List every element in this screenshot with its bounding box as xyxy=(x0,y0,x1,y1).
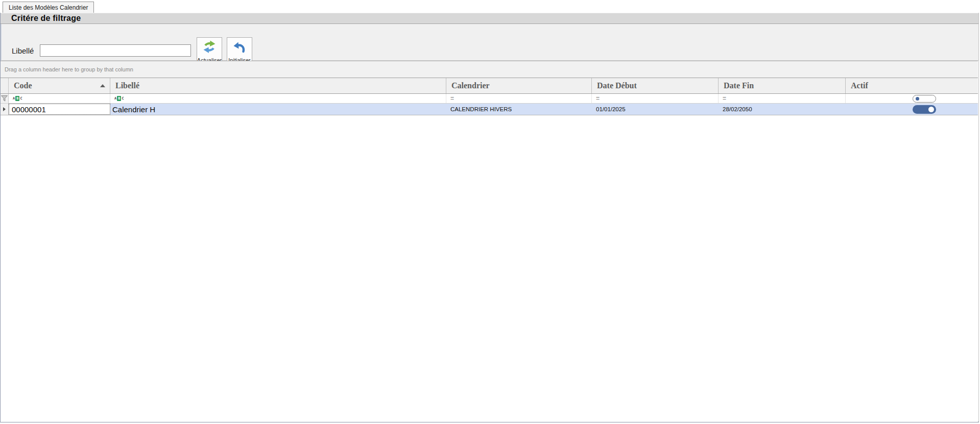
tab-liste-modeles-calendrier[interactable]: Liste des Modèles Calendrier xyxy=(3,2,94,13)
cell-date-debut[interactable]: 01/01/2025 xyxy=(592,104,719,115)
auto-filter-row: ABC ABC = = = xyxy=(1,94,978,104)
column-header-date-debut-label: Date Début xyxy=(597,81,637,90)
filter-cell-libelle[interactable]: ABC xyxy=(110,94,446,103)
calendrier-value: CALENDRIER HIVERS xyxy=(450,106,512,112)
toggle-knob xyxy=(928,107,934,112)
cell-date-fin[interactable]: 28/02/2050 xyxy=(719,104,846,115)
column-header-date-debut[interactable]: Date Début xyxy=(592,78,719,93)
calendar-models-grid: Drag a column header here to group by th… xyxy=(1,61,978,422)
code-value: 00000001 xyxy=(12,105,46,114)
filter-cell-calendrier[interactable]: = xyxy=(446,94,592,103)
row-indicator-cell xyxy=(1,104,9,115)
column-header-date-fin[interactable]: Date Fin xyxy=(719,78,846,93)
group-by-panel[interactable]: Drag a column header here to group by th… xyxy=(1,61,978,78)
cell-calendrier[interactable]: CALENDRIER HIVERS xyxy=(446,104,592,115)
group-by-hint: Drag a column header here to group by th… xyxy=(5,66,133,72)
current-row-arrow-icon xyxy=(3,107,6,111)
column-header-libelle-label: Libellé xyxy=(115,81,139,90)
column-header-actif-label: Actif xyxy=(851,81,868,90)
filter-row-indicator-cell xyxy=(1,94,9,103)
toggle-dot xyxy=(916,97,919,101)
tab-bar: Liste des Modèles Calendrier xyxy=(0,0,980,13)
actif-toggle[interactable] xyxy=(913,105,936,114)
table-row[interactable]: 00000001 Calendrier H CALENDRIER HIVERS … xyxy=(1,104,978,115)
cell-code[interactable]: 00000001 xyxy=(9,104,110,115)
column-header-calendrier-label: Calendrier xyxy=(451,81,490,90)
column-header-date-fin-label: Date Fin xyxy=(724,81,754,90)
libelle-label: Libellé xyxy=(12,46,34,55)
libelle-value: Calendrier H xyxy=(112,105,155,114)
equals-filter-icon: = xyxy=(450,96,454,101)
column-header-code-label: Code xyxy=(14,81,32,90)
text-filter-icon: ABC xyxy=(114,96,124,101)
filter-cell-actif xyxy=(846,94,978,103)
header-indicator-cell xyxy=(1,78,9,93)
tab-label: Liste des Modèles Calendrier xyxy=(9,4,88,11)
filter-cell-code[interactable]: ABC xyxy=(9,94,110,103)
filter-section-title: Critére de filtrage xyxy=(11,14,81,23)
column-header-code[interactable]: Code xyxy=(9,78,110,93)
cell-libelle[interactable]: Calendrier H xyxy=(110,104,446,115)
filter-cell-date-fin[interactable]: = xyxy=(719,94,846,103)
text-filter-icon: ABC xyxy=(13,96,22,101)
actif-filter-toggle[interactable] xyxy=(913,95,936,103)
column-header-actif[interactable]: Actif xyxy=(846,78,978,93)
libelle-input[interactable] xyxy=(40,44,191,57)
grid-header-row: Code Libellé Calendrier Date Début Date … xyxy=(1,78,978,94)
main-content: Critére de filtrage Libellé Actualiser xyxy=(0,13,979,422)
filter-section-header: Critére de filtrage xyxy=(1,13,978,24)
cell-actif xyxy=(846,104,978,115)
sort-ascending-icon xyxy=(100,84,105,87)
equals-filter-icon: = xyxy=(723,96,726,101)
filter-panel: Libellé Actualiser Initialiser xyxy=(2,24,978,61)
equals-filter-icon: = xyxy=(596,96,600,101)
filter-funnel-icon xyxy=(1,95,8,102)
date-fin-value: 28/02/2050 xyxy=(723,106,752,112)
undo-icon xyxy=(232,40,247,54)
column-header-calendrier[interactable]: Calendrier xyxy=(446,78,592,93)
date-debut-value: 01/01/2025 xyxy=(596,106,626,112)
column-header-libelle[interactable]: Libellé xyxy=(110,78,446,93)
filter-cell-date-debut[interactable]: = xyxy=(592,94,719,103)
refresh-icon xyxy=(202,40,217,54)
